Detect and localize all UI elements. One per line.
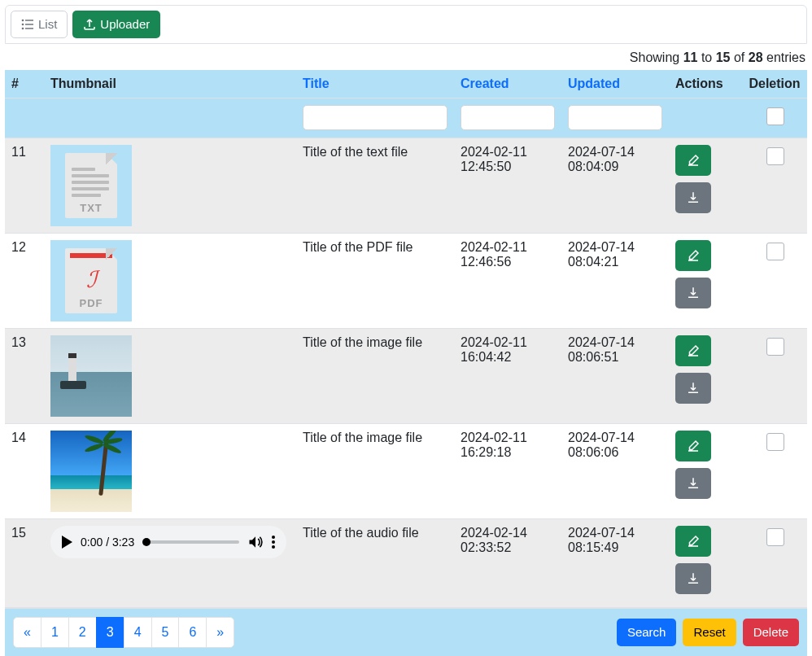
row-created: 2024-02-14 02:33:52 <box>454 519 561 608</box>
row-actions <box>669 234 742 329</box>
page-next[interactable]: » <box>206 617 234 648</box>
row-created: 2024-02-11 12:45:50 <box>454 138 561 234</box>
row-deletion <box>742 234 807 329</box>
page-1[interactable]: 1 <box>41 617 69 648</box>
filter-updated-input[interactable] <box>568 105 662 130</box>
edit-button[interactable] <box>675 145 711 176</box>
col-thumbnail: Thumbnail <box>44 70 296 98</box>
download-button[interactable] <box>675 468 711 499</box>
page-4[interactable]: 4 <box>124 617 152 648</box>
volume-icon[interactable] <box>247 534 264 550</box>
row-title: Title of the image file <box>296 329 454 424</box>
col-actions: Actions <box>669 70 742 98</box>
edit-button[interactable] <box>675 431 711 461</box>
svg-point-3 <box>22 20 23 21</box>
col-created[interactable]: Created <box>454 70 561 98</box>
view-toolbar: List Uploader <box>5 5 807 44</box>
table-row: 15 0:00 / 3:23 Title of the audio file20… <box>5 519 807 608</box>
play-icon[interactable] <box>62 536 72 549</box>
row-created: 2024-02-11 12:46:56 <box>454 234 561 329</box>
audio-track[interactable] <box>142 540 239 544</box>
row-thumbnail <box>44 424 296 519</box>
row-number: 15 <box>5 519 44 608</box>
row-actions <box>669 424 742 519</box>
row-number: 11 <box>5 138 44 234</box>
thumbnail-txt: TXT <box>50 145 132 226</box>
table-row: 13 Title of the image file2024-02-11 16:… <box>5 329 807 424</box>
list-view-label: List <box>38 16 57 33</box>
thumbnail-pdf: ℐ PDF <box>50 240 132 321</box>
col-updated[interactable]: Updated <box>561 70 669 98</box>
thumbnail-image <box>50 335 132 417</box>
reset-button[interactable]: Reset <box>683 619 736 646</box>
col-deletion: Deletion <box>742 70 807 98</box>
table-row: 11 TXT Title of the text file2024-02-11 … <box>5 138 807 234</box>
row-created: 2024-02-11 16:04:42 <box>454 329 561 424</box>
row-updated: 2024-07-14 08:04:09 <box>561 138 669 234</box>
delete-button[interactable]: Delete <box>743 619 799 646</box>
row-checkbox[interactable] <box>766 147 784 165</box>
page-2[interactable]: 2 <box>68 617 97 648</box>
page-prev[interactable]: « <box>13 617 41 648</box>
row-updated: 2024-07-14 08:06:51 <box>561 329 669 424</box>
search-button[interactable]: Search <box>617 619 677 646</box>
row-number: 12 <box>5 234 44 329</box>
row-deletion <box>742 519 807 608</box>
file-ext-label: PDF <box>65 297 117 309</box>
col-title[interactable]: Title <box>296 70 454 98</box>
edit-button[interactable] <box>675 526 711 557</box>
row-checkbox[interactable] <box>766 338 784 356</box>
table-footer: «123456» Search Reset Delete <box>5 608 807 656</box>
page-6[interactable]: 6 <box>178 617 207 648</box>
download-button[interactable] <box>675 182 711 213</box>
list-view-button[interactable]: List <box>11 11 68 38</box>
download-button[interactable] <box>675 278 711 308</box>
row-thumbnail: ℐ PDF <box>44 234 296 329</box>
row-updated: 2024-07-14 08:06:06 <box>561 424 669 519</box>
audio-time: 0:00 / 3:23 <box>81 536 134 549</box>
list-icon <box>21 18 34 31</box>
row-deletion <box>742 138 807 234</box>
col-number: # <box>5 70 44 98</box>
row-title: Title of the audio file <box>296 519 454 608</box>
row-updated: 2024-07-14 08:04:21 <box>561 234 669 329</box>
row-title: Title of the PDF file <box>296 234 454 329</box>
download-button[interactable] <box>675 563 711 594</box>
row-actions <box>669 519 742 608</box>
thumbnail-image <box>50 431 132 512</box>
table-row: 12 ℐ PDF Title of the PDF file2024-02-11… <box>5 234 807 329</box>
page-3[interactable]: 3 <box>96 617 124 648</box>
uploader-label: Uploader <box>100 16 150 33</box>
row-actions <box>669 329 742 424</box>
uploader-button[interactable]: Uploader <box>72 11 160 38</box>
edit-button[interactable] <box>675 335 711 366</box>
upload-icon <box>83 18 96 31</box>
row-checkbox[interactable] <box>766 433 784 451</box>
filter-created-input[interactable] <box>461 105 555 130</box>
download-button[interactable] <box>675 373 711 404</box>
edit-button[interactable] <box>675 240 711 271</box>
row-actions <box>669 138 742 234</box>
row-deletion <box>742 424 807 519</box>
row-number: 14 <box>5 424 44 519</box>
svg-point-4 <box>22 24 23 25</box>
more-icon[interactable] <box>272 536 275 549</box>
files-table: # Thumbnail Title Created Updated Action… <box>5 70 807 608</box>
row-updated: 2024-07-14 08:15:49 <box>561 519 669 608</box>
row-thumbnail <box>44 329 296 424</box>
row-thumbnail: TXT <box>44 138 296 234</box>
select-all-checkbox[interactable] <box>766 107 784 125</box>
entries-summary: Showing 11 to 15 of 28 entries <box>5 44 807 70</box>
row-number: 13 <box>5 329 44 424</box>
row-checkbox[interactable] <box>766 528 784 546</box>
audio-player[interactable]: 0:00 / 3:23 <box>50 526 286 558</box>
row-created: 2024-02-11 16:29:18 <box>454 424 561 519</box>
table-row: 14 Title of the image file2024-02-11 16:… <box>5 424 807 519</box>
filter-title-input[interactable] <box>303 105 447 130</box>
svg-point-5 <box>22 28 23 29</box>
row-checkbox[interactable] <box>766 243 784 260</box>
row-deletion <box>742 329 807 424</box>
row-title: Title of the text file <box>296 138 454 234</box>
page-5[interactable]: 5 <box>151 617 180 648</box>
pagination: «123456» <box>13 617 234 648</box>
